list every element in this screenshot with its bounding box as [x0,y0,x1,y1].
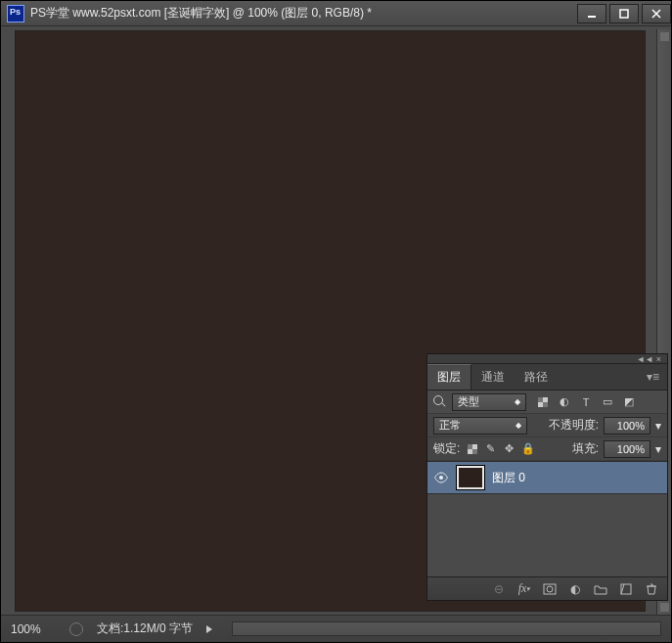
tab-layers[interactable]: 图层 [427,364,471,390]
filter-kind-label: 类型 [458,394,479,409]
svg-rect-0 [588,16,596,18]
lock-pixels-icon[interactable]: ✎ [483,441,498,456]
document-size-info: 文档:1.12M/0 字节 [97,620,193,637]
chevron-down-icon: ◆ [515,421,521,430]
opacity-chevron-icon[interactable]: ▾ [655,419,661,433]
horizontal-scrollbar[interactable] [232,621,661,636]
layer-row[interactable]: 图层 0 [427,461,667,494]
window-title: PS学堂 www.52psxt.com [圣诞帽字效] @ 100% (图层 0… [30,5,372,22]
app-window: PS学堂 www.52psxt.com [圣诞帽字效] @ 100% (图层 0… [0,0,672,643]
layer-effects-icon[interactable]: fx▾ [516,581,532,597]
minimize-button[interactable] [577,4,606,23]
layer-name[interactable]: 图层 0 [492,470,525,486]
tab-paths[interactable]: 路径 [515,365,558,390]
chevron-down-icon: ◆ [515,397,520,406]
blend-mode-value: 正常 [439,418,461,433]
layer-list-empty-area[interactable] [427,494,667,576]
filter-pixel-icon[interactable] [535,394,551,410]
layers-panel: ◄◄ × 图层 通道 路径 ▾≡ 类型 ◆ ◐ T ▭ ◩ 正常 [426,353,668,601]
adjustment-layer-icon[interactable]: ◐ [567,581,583,597]
maximize-button[interactable] [609,4,639,23]
lock-position-icon[interactable]: ✥ [502,441,516,456]
lock-transparency-icon[interactable] [465,441,479,456]
zoom-field[interactable]: 100% [11,622,56,636]
layer-thumbnail[interactable] [457,466,484,489]
layer-filter-row: 类型 ◆ ◐ T ▭ ◩ [427,390,667,414]
app-icon [7,5,24,23]
lock-fill-row: 锁定: ✎ ✥ 🔒 填充: 100% ▾ [427,437,667,461]
filter-kind-dropdown[interactable]: 类型 ◆ [452,393,526,411]
tab-channels[interactable]: 通道 [471,365,515,390]
visibility-icon[interactable] [433,470,449,485]
filter-type-icon[interactable]: T [578,394,594,410]
delete-layer-icon[interactable] [644,581,659,597]
fill-label: 填充: [572,440,599,457]
panel-menu-icon[interactable]: ▾≡ [639,366,667,388]
status-info-icon[interactable] [69,622,83,636]
panel-footer: ⊖ fx▾ ◐ [427,576,667,600]
panel-collapse-bar[interactable]: ◄◄ × [427,354,667,364]
svg-rect-1 [620,10,628,18]
opacity-field[interactable]: 100% [604,417,650,435]
filter-adjustment-icon[interactable]: ◐ [557,394,572,410]
opacity-label: 不透明度: [549,417,599,434]
blend-opacity-row: 正常 ◆ 不透明度: 100% ▾ [427,414,667,437]
titlebar: PS学堂 www.52psxt.com [圣诞帽字效] @ 100% (图层 0… [1,1,671,26]
filter-smart-icon[interactable]: ◩ [621,394,637,410]
new-layer-icon[interactable] [618,581,634,597]
layer-list: 图层 0 [427,461,667,576]
blend-mode-dropdown[interactable]: 正常 ◆ [433,417,527,435]
opacity-value: 100% [617,420,645,432]
filter-shape-icon[interactable]: ▭ [600,394,615,410]
close-button[interactable] [642,4,671,23]
layer-mask-icon[interactable] [542,581,558,597]
statusbar: 100% 文档:1.12M/0 字节 [1,615,671,642]
fill-field[interactable]: 100% [604,440,650,458]
search-icon [433,395,447,409]
group-icon[interactable] [593,581,608,597]
svg-point-4 [547,586,553,592]
lock-label: 锁定: [433,440,460,457]
link-layers-icon[interactable]: ⊖ [491,581,507,597]
panel-tabs: 图层 通道 路径 ▾≡ [427,364,667,390]
svg-point-2 [439,476,443,480]
fill-chevron-icon[interactable]: ▾ [655,442,661,456]
lock-all-icon[interactable]: 🔒 [520,441,535,456]
status-menu-arrow-icon[interactable] [206,625,212,633]
fill-value: 100% [617,443,645,455]
